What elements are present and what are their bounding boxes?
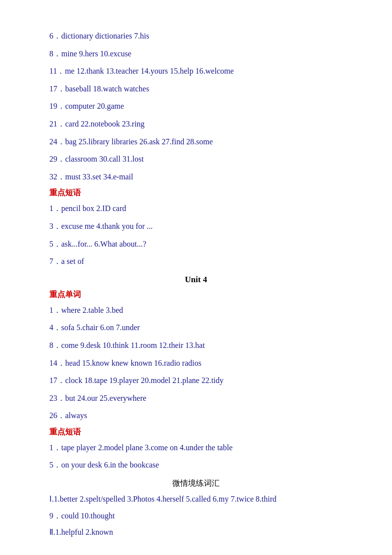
unit4: Unit 4 <box>49 275 343 285</box>
line9: 32．must 33.set 34.e‑mail <box>49 171 343 183</box>
line18: 17．clock 18.tape 19.player 20.model 21.p… <box>49 374 343 387</box>
micro: 微情境练词汇 <box>49 478 343 489</box>
line8: 29．classroom 30.call 31.lost <box>49 153 343 166</box>
line10: 1．pencil box 2.ID card <box>49 202 343 215</box>
roman2: 9．could 10.thought <box>49 510 343 522</box>
heading3: 重点短语 <box>49 427 343 437</box>
heading1: 重点短语 <box>49 188 343 198</box>
line4: 17．baseball 18.watch watches <box>49 83 343 95</box>
line3: 11．me 12.thank 13.teacher 14.yours 15.he… <box>49 65 343 78</box>
line20: 26．always <box>49 409 343 422</box>
line7: 24．bag 25.library libraries 26.ask 27.fi… <box>49 135 343 148</box>
roman1: Ⅰ.1.better 2.spelt/spelled 3.Photos 4.he… <box>49 493 343 506</box>
line21: 1．tape player 2.model plane 3.come on 4.… <box>49 441 343 454</box>
line5: 19．computer 20.game <box>49 100 343 113</box>
line12: 5．ask...for... 6.What about...? <box>49 238 343 251</box>
line14: 1．where 2.table 3.bed <box>49 304 343 317</box>
line19: 23．but 24.our 25.everywhere <box>49 392 343 405</box>
heading2: 重点单词 <box>49 290 343 300</box>
line13: 7．a set of <box>49 255 343 268</box>
line22: 5．on your desk 6.in the bookcase <box>49 459 343 471</box>
line15: 4．sofa 5.chair 6.on 7.under <box>49 321 343 334</box>
line17: 14．head 15.know knew known 16.radio radi… <box>49 357 343 370</box>
line16: 8．come 9.desk 10.think 11.room 12.their … <box>49 339 343 352</box>
line11: 3．excuse me 4.thank you for ... <box>49 220 343 233</box>
line6: 21．card 22.notebook 23.ring <box>49 118 343 130</box>
content-area: 6．dictionary dictionaries 7.his8．mine 9.… <box>49 30 343 539</box>
line1: 6．dictionary dictionaries 7.his <box>49 30 343 43</box>
roman3: Ⅱ.1.helpful 2.known <box>49 526 343 539</box>
line2: 8．mine 9.hers 10.excuse <box>49 47 343 60</box>
